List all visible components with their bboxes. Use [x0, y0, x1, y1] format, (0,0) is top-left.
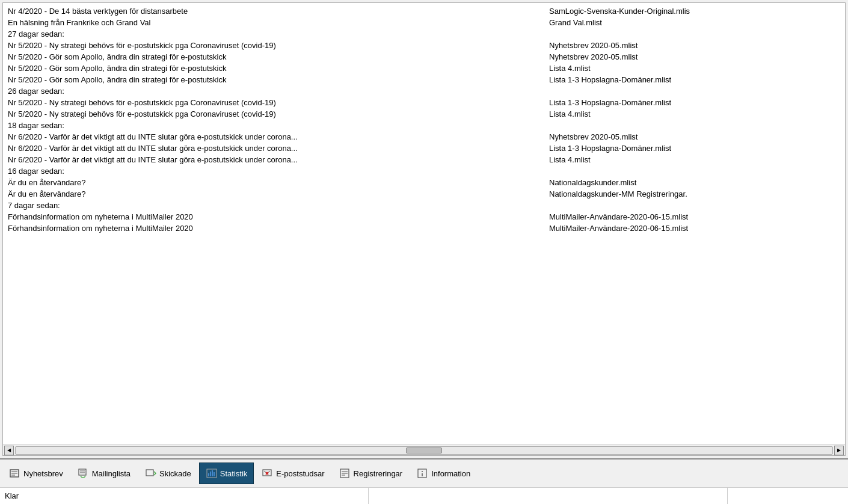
date-separator: 16 dagar sedan:	[3, 165, 845, 177]
date-separator: 27 dagar sedan:	[3, 28, 845, 40]
tab-bar: NyhetsbrevMailinglistaSkickadeStatistikE…	[0, 458, 848, 487]
status-middle	[369, 488, 728, 504]
tab-information-label: Information	[431, 469, 470, 478]
table-row[interactable]: En hälsning från Frankrike och Grand Val…	[3, 17, 845, 28]
table-row[interactable]: Förhandsinformation om nyheterna i Multi…	[3, 223, 845, 234]
list-cell: MultiMailer-Användare-2020-06-15.mlist	[544, 211, 845, 223]
tab-skickade[interactable]: Skickade	[138, 463, 198, 484]
date-separator: 7 dagar sedan:	[3, 200, 845, 211]
table-row[interactable]: Nr 5/2020 - Ny strategi behövs för e-pos…	[3, 97, 845, 108]
tab-registreringar[interactable]: Registreringar	[333, 463, 410, 484]
subject-cell: Nr 5/2020 - Ny strategi behövs för e-pos…	[3, 40, 544, 51]
scroll-right-button[interactable]: ▶	[834, 446, 844, 455]
tab-nyhetsbrev[interactable]: Nyhetsbrev	[2, 463, 70, 484]
subject-cell: Nr 6/2020 - Varför är det viktigt att du…	[3, 154, 544, 165]
mailinglista-icon	[78, 469, 90, 478]
subject-cell: Nr 6/2020 - Varför är det viktigt att du…	[3, 131, 544, 143]
list-cell: Lista 4.mlist	[544, 108, 845, 120]
subject-cell: Nr 6/2020 - Varför är det viktigt att du…	[3, 143, 544, 154]
list-cell: Lista 1-3 Hopslagna-Domäner.mlist	[544, 74, 845, 85]
skickade-icon	[145, 469, 157, 478]
table-row[interactable]: Nr 6/2020 - Varför är det viktigt att du…	[3, 131, 845, 143]
table-row[interactable]: Nr 5/2020 - Gör som Apollo, ändra din st…	[3, 63, 845, 74]
tab-nyhetsbrev-label: Nyhetsbrev	[23, 469, 63, 478]
information-icon	[417, 469, 429, 478]
table-row[interactable]: Förhandsinformation om nyheterna i Multi…	[3, 211, 845, 223]
tab-statistik[interactable]: Statistik	[199, 463, 254, 484]
svg-rect-4	[79, 469, 86, 475]
svg-point-23	[422, 471, 423, 472]
subject-cell: Nr 5/2020 - Ny strategi behövs för e-pos…	[3, 108, 544, 120]
subject-cell: Förhandsinformation om nyheterna i Multi…	[3, 211, 544, 223]
subject-cell: Nr 5/2020 - Gör som Apollo, ändra din st…	[3, 51, 544, 63]
table-row[interactable]: Nr 4/2020 - De 14 bästa verktygen för di…	[3, 5, 845, 17]
list-cell: Nationaldagskunder.mlist	[544, 177, 845, 188]
epoststudsar-icon	[262, 469, 274, 478]
list-cell: Lista 4.mlist	[544, 63, 845, 74]
table-row[interactable]: Är du en återvändare?Nationaldagskunder.…	[3, 177, 845, 188]
nyhetsbrev-icon	[9, 469, 21, 478]
date-separator: 18 dagar sedan:	[3, 120, 845, 131]
scrollbar-track[interactable]	[15, 446, 833, 455]
table-row[interactable]: Nr 5/2020 - Gör som Apollo, ändra din st…	[3, 51, 845, 63]
list-cell: Nyhetsbrev 2020-05.mlist	[544, 51, 845, 63]
list-cell: Nationaldagskunder-MM Registreringar.	[544, 188, 845, 200]
tab-information[interactable]: Information	[410, 463, 477, 484]
tab-epoststudsar[interactable]: E-poststudsar	[255, 463, 331, 484]
table-row[interactable]: Nr 6/2020 - Varför är det viktigt att du…	[3, 154, 845, 165]
status-bar: Klar	[0, 487, 848, 504]
horizontal-scrollbar[interactable]: ◀ ▶	[3, 444, 845, 455]
table-row[interactable]: Nr 5/2020 - Ny strategi behövs för e-pos…	[3, 40, 845, 51]
tab-skickade-label: Skickade	[159, 469, 191, 478]
table-row[interactable]: Nr 5/2020 - Gör som Apollo, ändra din st…	[3, 74, 845, 85]
list-cell: Lista 1-3 Hopslagna-Domäner.mlist	[544, 143, 845, 154]
main-content: Nr 4/2020 - De 14 bästa verktygen för di…	[2, 2, 846, 456]
svg-rect-11	[212, 470, 213, 476]
tab-registreringar-label: Registreringar	[354, 469, 403, 478]
list-cell: MultiMailer-Användare-2020-06-15.mlist	[544, 223, 845, 234]
subject-cell: Nr 5/2020 - Gör som Apollo, ändra din st…	[3, 63, 544, 74]
status-left: Klar	[0, 488, 369, 504]
table-row[interactable]: Är du en återvändare?Nationaldagskunder-…	[3, 188, 845, 200]
subject-cell: Är du en återvändare?	[3, 188, 544, 200]
subject-cell: Nr 5/2020 - Ny strategi behövs för e-pos…	[3, 97, 544, 108]
subject-cell: Förhandsinformation om nyheterna i Multi…	[3, 223, 544, 234]
list-cell: Lista 4.mlist	[544, 154, 845, 165]
status-right	[728, 488, 848, 504]
list-area[interactable]: Nr 4/2020 - De 14 bästa verktygen för di…	[3, 3, 845, 444]
list-cell: Nyhetsbrev 2020-05.mlist	[544, 131, 845, 143]
svg-rect-12	[214, 472, 215, 476]
svg-rect-10	[210, 472, 211, 476]
list-cell: Lista 1-3 Hopslagna-Domäner.mlist	[544, 97, 845, 108]
subject-cell: Är du en återvändare?	[3, 177, 544, 188]
list-cell: SamLogic-Svenska-Kunder-Original.mlis	[544, 5, 845, 17]
tab-mailinglista[interactable]: Mailinglista	[71, 463, 137, 484]
tab-epoststudsar-label: E-poststudsar	[276, 469, 324, 478]
tab-statistik-label: Statistik	[220, 469, 248, 478]
subject-cell: Nr 5/2020 - Gör som Apollo, ändra din st…	[3, 74, 544, 85]
scrollbar-thumb[interactable]	[406, 447, 442, 453]
list-cell: Grand Val.mlist	[544, 17, 845, 28]
svg-rect-7	[146, 470, 153, 476]
subject-cell: Nr 4/2020 - De 14 bästa verktygen för di…	[3, 5, 544, 17]
list-cell: Nyhetsbrev 2020-05.mlist	[544, 40, 845, 51]
subject-cell: En hälsning från Frankrike och Grand Val	[3, 17, 544, 28]
status-text: Klar	[5, 491, 19, 500]
svg-rect-9	[208, 473, 209, 476]
scroll-left-button[interactable]: ◀	[4, 446, 14, 455]
data-table: Nr 4/2020 - De 14 bästa verktygen för di…	[3, 5, 845, 234]
statistik-icon	[206, 469, 218, 478]
table-row[interactable]: Nr 5/2020 - Ny strategi behövs för e-pos…	[3, 108, 845, 120]
date-separator: 26 dagar sedan:	[3, 85, 845, 97]
registreringar-icon	[339, 469, 351, 478]
table-row[interactable]: Nr 6/2020 - Varför är det viktigt att du…	[3, 143, 845, 154]
tab-mailinglista-label: Mailinglista	[92, 469, 131, 478]
